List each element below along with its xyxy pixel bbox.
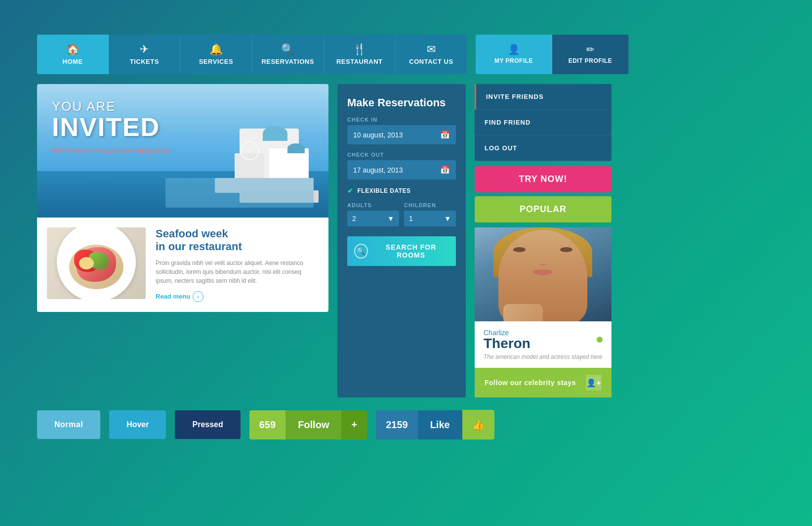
adults-select[interactable]: 2 ▼ <box>347 211 399 226</box>
celebrity-description: The american model and actress stayed he… <box>484 353 603 360</box>
right-panel: INVITE FRIENDS FIND FRIEND LOG OUT TRY N… <box>475 84 611 397</box>
checkout-input[interactable]: 17 august, 2013 📅 <box>347 160 456 179</box>
hero-text: YOU ARE INVITED We know how to pamper ou… <box>52 99 170 154</box>
checkout-group: CHECK OUT 17 august, 2013 📅 <box>347 152 456 179</box>
follow-counter-button[interactable]: 659 Follow + <box>249 410 367 439</box>
button-hover[interactable]: Hover <box>109 410 166 439</box>
button-normal[interactable]: Normal <box>37 410 100 439</box>
food-visual <box>59 235 133 294</box>
pool <box>165 178 314 208</box>
hero-invited: INVITED <box>52 114 170 140</box>
reservations-title: Make Reservations <box>347 96 456 109</box>
like-count-value: 2159 <box>376 410 418 439</box>
home-icon: 🏠 <box>66 44 80 55</box>
seafood-image <box>47 227 146 299</box>
follow-add-icon: 👤+ <box>586 375 602 391</box>
children-select[interactable]: 1 ▼ <box>404 211 456 226</box>
follow-plus-icon[interactable]: + <box>341 410 367 439</box>
main-nav: 🏠 HOME ✈ TICKETS 🔔 SERVICES 🔍 RESERVATIO… <box>37 35 467 74</box>
hero-banner: YOU ARE INVITED We know how to pamper ou… <box>37 84 328 218</box>
seafood-description: Proin gravida nibh vel velit auctor aliq… <box>156 259 319 285</box>
celebrity-photo <box>475 227 611 321</box>
adults-group: ADULTS 2 ▼ <box>347 202 399 226</box>
edit-profile-label: EDIT PROFILE <box>568 57 612 64</box>
profile-icon: 👤 <box>508 44 520 54</box>
edit-profile-button[interactable]: ✏ EDIT PROFILE <box>552 35 629 74</box>
nav-services-label: SERVICES <box>199 58 234 65</box>
thumbs-up-icon[interactable]: 👍 <box>462 410 494 439</box>
celebrity-card: Charlize Theron The american model and a… <box>475 227 611 397</box>
online-status-dot <box>597 337 603 343</box>
celebrity-last-name: Theron <box>484 337 530 351</box>
search-rooms-button[interactable]: 🔍 SEARCH FOR ROOMS <box>347 236 456 266</box>
photo-face <box>498 230 587 321</box>
nav-contact-label: CONTACT US <box>409 58 453 65</box>
nav-tickets-label: TICKETS <box>130 58 159 65</box>
checkin-group: CHECK IN 10 august, 2013 📅 <box>347 117 456 144</box>
calendar-checkout-icon: 📅 <box>440 165 450 175</box>
checkin-value: 10 august, 2013 <box>353 131 403 139</box>
guests-row: ADULTS 2 ▼ CHILDREN 1 ▼ <box>347 202 456 226</box>
nav-restaurant-label: RESTAURANT <box>336 58 383 65</box>
restaurant-icon: 🍴 <box>353 44 366 55</box>
nav-tickets[interactable]: ✈ TICKETS <box>109 35 180 74</box>
seafood-card: Seafood week in our restaurant Proin gra… <box>37 218 328 312</box>
nav-home[interactable]: 🏠 HOME <box>37 35 109 74</box>
celebrity-info: Charlize Theron The american model and a… <box>475 321 611 368</box>
sidebar-item-logout[interactable]: LOG OUT <box>475 135 611 161</box>
like-label: Like <box>418 410 462 439</box>
check-icon: ✔ <box>347 187 354 195</box>
my-profile-button[interactable]: 👤 MY PROFILE <box>476 35 552 74</box>
left-content: YOU ARE INVITED We know how to pamper ou… <box>37 84 328 312</box>
checkout-value: 17 august, 2013 <box>353 166 403 174</box>
my-profile-label: MY PROFILE <box>494 57 533 64</box>
seafood-title: Seafood week in our restaurant <box>156 227 319 254</box>
read-menu-link[interactable]: Read menu › <box>156 291 319 302</box>
celebrity-name-block: Charlize Theron <box>484 329 530 351</box>
button-pressed[interactable]: Pressed <box>175 410 240 439</box>
chevron-down-children-icon: ▼ <box>444 215 451 222</box>
tickets-icon: ✈ <box>140 44 149 55</box>
checkout-label: CHECK OUT <box>347 152 456 158</box>
search-circle-icon: 🔍 <box>354 244 368 259</box>
sidebar-item-invite[interactable]: INVITE FRIENDS <box>475 84 611 110</box>
popular-button[interactable]: POPULAR <box>475 196 611 222</box>
edit-icon: ✏ <box>586 44 595 54</box>
flexible-dates-toggle[interactable]: ✔ FLEXIBLE DATES <box>347 187 456 195</box>
reservations-panel: Make Reservations CHECK IN 10 august, 20… <box>337 84 466 397</box>
calendar-icon: 📅 <box>440 130 450 139</box>
nav-contact[interactable]: ✉ CONTACT US <box>396 35 467 74</box>
hero-arrow-button[interactable]: › <box>241 141 259 160</box>
arrow-right-icon: › <box>193 291 203 302</box>
try-now-button[interactable]: TRY NOW! <box>475 166 611 192</box>
reservations-icon: 🔍 <box>281 44 294 55</box>
side-action-buttons: TRY NOW! POPULAR <box>475 166 611 222</box>
follow-label: Follow <box>285 410 341 439</box>
nav-restaurant[interactable]: 🍴 RESTAURANT <box>324 35 396 74</box>
main-content: YOU ARE INVITED We know how to pamper ou… <box>37 84 775 397</box>
checkin-label: CHECK IN <box>347 117 456 123</box>
side-menu: INVITE FRIENDS FIND FRIEND LOG OUT <box>475 84 611 161</box>
celebrity-name-area: Charlize Theron <box>484 329 603 351</box>
follow-celebrity-button[interactable]: Follow our celebrity stays 👤+ <box>475 368 611 397</box>
seafood-content: Seafood week in our restaurant Proin gra… <box>156 227 319 302</box>
checkin-input[interactable]: 10 august, 2013 📅 <box>347 125 456 144</box>
hero-you-are: YOU ARE <box>52 99 170 114</box>
children-group: CHILDREN 1 ▼ <box>404 202 456 226</box>
services-icon: 🔔 <box>209 44 223 55</box>
bottom-buttons-row: Normal Hover Pressed 659 Follow + 2159 L… <box>37 410 775 439</box>
children-label: CHILDREN <box>404 202 456 208</box>
hero-tagline: We know how to pamper our guests <box>52 146 170 154</box>
nav-home-label: HOME <box>63 58 83 65</box>
follow-count-value: 659 <box>249 410 285 439</box>
like-counter-button[interactable]: 2159 Like 👍 <box>376 410 494 439</box>
nav-reservations[interactable]: 🔍 RESERVATIONS <box>252 35 324 74</box>
profile-nav: 👤 MY PROFILE ✏ EDIT PROFILE <box>476 35 629 74</box>
nav-services[interactable]: 🔔 SERVICES <box>180 35 252 74</box>
chevron-down-adults-icon: ▼ <box>387 215 394 222</box>
sidebar-item-find[interactable]: FIND FRIEND <box>475 110 611 135</box>
adults-label: ADULTS <box>347 202 399 208</box>
contact-icon: ✉ <box>427 44 436 55</box>
nav-reservations-label: RESERVATIONS <box>261 58 314 65</box>
